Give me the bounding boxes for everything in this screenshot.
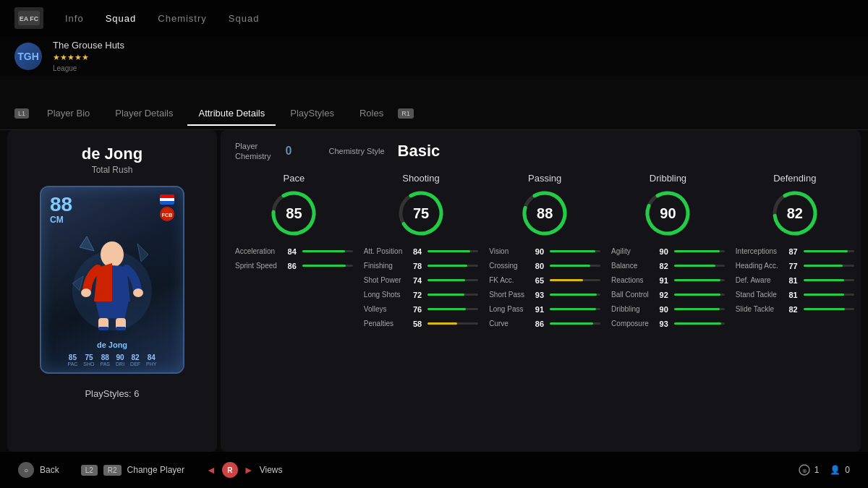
attr-composure: Composure 93 — [611, 320, 725, 328]
change-player-button[interactable]: L2 R2 Change Player — [81, 465, 184, 476]
attr-heading-acc: Heading Acc. 77 — [736, 262, 854, 270]
svg-marker-13 — [137, 244, 148, 262]
dribbling-gauge-section: Dribbling 90 — [611, 173, 725, 239]
shooting-category: Shooting 75 Att. Position 84 Fini — [364, 173, 478, 334]
card-stats-row: 85 PAC 75 SHO 88 PAS 90 DRI — [41, 351, 183, 372]
player-count: ⊕ 1 — [799, 464, 820, 476]
team-avatar: TGH — [14, 43, 42, 70]
player-card: 88 CM FCB — [40, 186, 184, 374]
pace-gauge-section: Pace 85 — [235, 173, 353, 239]
r1-badge: R1 — [398, 108, 414, 119]
r-btn-icon: R — [222, 462, 238, 478]
top-nav: EA FC Info Squad Chemistry Squad — [0, 0, 868, 36]
card-player-image — [41, 225, 183, 338]
svg-rect-11 — [116, 327, 126, 330]
l2-badge: L2 — [81, 465, 98, 476]
tab-player-details[interactable]: Player Details — [104, 102, 184, 126]
team-name: The Grouse Huts — [53, 40, 124, 51]
passing-gauge-section: Passing 88 — [489, 173, 600, 239]
friend-count: 👤 0 — [830, 465, 850, 475]
card-stat-pac: 85 PAC — [67, 354, 77, 367]
nav-chemistry[interactable]: Chemistry — [158, 13, 207, 24]
tabs-bar: L1 Player Bio Player Details Attribute D… — [0, 98, 868, 130]
card-rating: 88 — [50, 194, 72, 215]
attr-balance: Balance 82 — [611, 262, 725, 270]
back-label: Back — [40, 465, 59, 475]
friend-count-value: 0 — [845, 465, 850, 475]
attr-short-pass: Short Pass 93 — [489, 291, 600, 299]
defending-gauge-section: Defending 82 — [736, 173, 854, 239]
svg-rect-10 — [98, 327, 109, 330]
player-flag — [160, 194, 174, 205]
tab-player-bio[interactable]: Player Bio — [36, 102, 101, 126]
controller-icon: ⊕ — [799, 464, 810, 476]
playstyles-count: PlayStyles: 6 — [85, 388, 139, 399]
defending-label: Defending — [773, 173, 816, 184]
dribbling-category: Dribbling 90 Agility 90 Balance — [611, 173, 725, 334]
team-league: League — [53, 64, 124, 72]
player-card-wrapper: 88 CM FCB — [40, 186, 184, 374]
nav-info[interactable]: Info — [65, 13, 84, 24]
attr-att-position: Att. Position 84 — [364, 247, 478, 256]
pace-gauge: 85 — [268, 188, 319, 239]
attr-acceleration: Acceleration 84 — [235, 247, 353, 256]
card-rating-position: 88 CM — [50, 194, 72, 225]
card-player-name-bottom: de Jong — [41, 338, 183, 351]
ea-logo: EA FC — [14, 7, 43, 29]
defending-gauge: 82 — [770, 188, 820, 239]
chemistry-style-label: Chemistry Style — [329, 146, 385, 156]
views-button[interactable]: ◄ R ► Views — [206, 462, 283, 478]
tab-playstyles[interactable]: PlayStyles — [279, 102, 345, 126]
chemistry-row: PlayerChemistry 0 Chemistry Style Basic — [235, 141, 846, 162]
shooting-gauge-section: Shooting 75 — [364, 173, 478, 239]
passing-gauge: 88 — [519, 188, 570, 239]
card-top: 88 CM FCB — [41, 187, 183, 225]
attr-slide-tackle: Slide Tackle 82 — [736, 305, 854, 314]
attr-interceptions: Interceptions 87 — [736, 247, 854, 256]
attr-fk-acc: FK Acc. 65 — [489, 276, 600, 285]
attr-penalties: Penalties 58 — [364, 320, 478, 328]
tab-roles[interactable]: Roles — [349, 102, 394, 126]
card-stat-pas: 88 PAS — [101, 354, 111, 367]
attr-vision: Vision 90 — [489, 247, 600, 256]
player-panel: de Jong Total Rush 88 CM FCB — [7, 130, 217, 452]
attr-categories: Pace 85 Acceleration 84 Sprint Sp — [235, 173, 846, 334]
chemistry-label: PlayerChemistry — [235, 141, 271, 162]
attr-agility: Agility 90 — [611, 247, 725, 256]
svg-point-7 — [133, 288, 143, 297]
defending-value: 82 — [787, 205, 803, 221]
shooting-label: Shooting — [402, 173, 439, 184]
nav-squad2[interactable]: Squad — [229, 13, 260, 24]
svg-text:FCB: FCB — [162, 213, 172, 218]
attr-dribbling-stat: Dribbling 90 — [611, 305, 725, 314]
back-button[interactable]: ○ Back — [18, 462, 59, 478]
views-label: Views — [260, 465, 283, 475]
dribbling-gauge: 90 — [642, 188, 693, 239]
attr-crossing: Crossing 80 — [489, 262, 600, 270]
passing-label: Passing — [528, 173, 561, 184]
svg-point-6 — [81, 288, 91, 297]
team-bar: TGH The Grouse Huts ★★★★★ League — [0, 36, 868, 76]
attr-curve: Curve 86 — [489, 320, 600, 328]
defending-category: Defending 82 Interceptions 87 Hea — [736, 173, 854, 334]
player-count-value: 1 — [814, 465, 820, 475]
chemistry-value: 0 — [286, 145, 300, 158]
shooting-gauge: 75 — [396, 188, 446, 239]
nav-squad[interactable]: Squad — [106, 13, 137, 24]
friend-icon: 👤 — [830, 465, 841, 475]
card-stat-dri: 90 DRI — [116, 354, 124, 367]
svg-text:⊕: ⊕ — [801, 468, 807, 474]
player-name: de Jong — [82, 145, 142, 163]
player-subtitle: Total Rush — [92, 165, 133, 175]
card-stat-phy: 84 PHY — [146, 354, 156, 367]
team-info: The Grouse Huts ★★★★★ League — [53, 40, 124, 72]
attr-finishing: Finishing 78 — [364, 262, 478, 270]
l1-badge: L1 — [14, 108, 29, 119]
card-club-logo: FCB — [160, 207, 174, 221]
attr-long-pass: Long Pass 91 — [489, 305, 600, 314]
shooting-value: 75 — [413, 205, 429, 221]
dribbling-label: Dribbling — [650, 173, 686, 184]
card-stat-def: 82 DEF — [130, 354, 140, 367]
attr-long-shots: Long Shots 72 — [364, 291, 478, 299]
tab-attribute-details[interactable]: Attribute Details — [187, 102, 276, 126]
